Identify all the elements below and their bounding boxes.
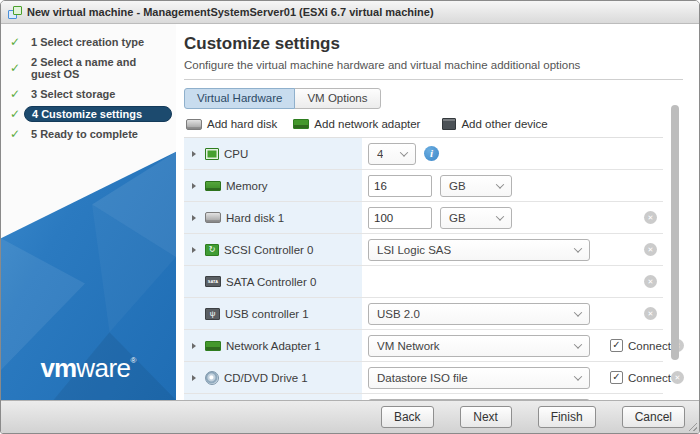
- chevron-down-icon: [574, 244, 582, 252]
- wizard-body: ✓1 Select creation type✓2 Select a name …: [1, 24, 699, 400]
- resize-grip-icon[interactable]: [688, 422, 697, 431]
- cancel-button[interactable]: Cancel: [622, 406, 685, 428]
- check-icon: ✓: [10, 35, 24, 49]
- expander-icon[interactable]: [192, 215, 200, 221]
- footer-bar: BackNextFinishCancel: [1, 400, 699, 433]
- scsi-controller-0-select[interactable]: LSI Logic SAS: [368, 239, 590, 261]
- device-label-cell: CPU: [184, 138, 362, 169]
- scrollbar-thumb[interactable]: [671, 105, 679, 360]
- expander-icon[interactable]: [192, 183, 200, 189]
- add-hard-disk-button[interactable]: Add hard disk: [186, 118, 277, 130]
- device-controls: Datastore ISO file✓Connect✕: [362, 362, 690, 393]
- next-button[interactable]: Next: [460, 406, 512, 428]
- info-icon[interactable]: i: [424, 146, 439, 161]
- device-label: USB controller 1: [225, 308, 309, 320]
- remove-device-icon[interactable]: ✕: [644, 307, 657, 320]
- network-adapter-icon: [205, 341, 221, 351]
- expander-icon[interactable]: [192, 247, 200, 253]
- wizard-step-5-ready-to-complete[interactable]: ✓5 Ready to complete: [1, 124, 176, 144]
- wizard-step-1-select-creation-type[interactable]: ✓1 Select creation type: [1, 32, 176, 52]
- title-bar: New virtual machine - ManagementSystemSe…: [1, 1, 699, 24]
- selected-value: GB: [449, 212, 466, 224]
- hard-disk-1-value-input[interactable]: [368, 207, 432, 229]
- cd-dvd-drive-1-select[interactable]: Datastore ISO file: [368, 367, 590, 389]
- usb-controller-icon: [205, 308, 220, 320]
- connect-label: Connect: [628, 340, 671, 352]
- hardware-row-sata-controller-0: SATA Controller 0✕: [184, 266, 663, 298]
- vmware-logo-ware: ware: [76, 353, 130, 383]
- add-hard-disk-icon: [186, 119, 202, 130]
- device-label-cell: SATA Controller 0: [184, 266, 362, 297]
- vmware-logo: vmware®: [1, 353, 176, 384]
- device-controls: ✕: [362, 266, 663, 297]
- cd-dvd-icon: [205, 371, 219, 385]
- sata-controller-icon: [205, 276, 221, 287]
- hardware-row-usb-controller-1: USB controller 1USB 2.0✕: [184, 298, 663, 330]
- wizard-step-label: 5 Ready to complete: [24, 126, 172, 142]
- device-label: SATA Controller 0: [226, 276, 316, 288]
- device-label-cell: Memory: [184, 170, 362, 201]
- memory-unit-select[interactable]: GB: [440, 175, 512, 197]
- connect-label: Connect: [628, 372, 671, 384]
- chevron-down-icon: [496, 180, 504, 188]
- device-label-cell: Network Adapter 1: [184, 330, 362, 361]
- device-controls: LSI Logic SAS✕: [362, 234, 663, 265]
- back-button[interactable]: Back: [381, 406, 434, 428]
- hardware-row-cpu: CPU4i: [184, 138, 663, 170]
- add-other-device-button[interactable]: Add other device: [442, 118, 547, 130]
- hardware-row-memory: MemoryGB: [184, 170, 663, 202]
- hard-disk-1-unit-select[interactable]: GB: [440, 207, 512, 229]
- expander-icon[interactable]: [192, 151, 200, 157]
- selected-value: GB: [449, 180, 466, 192]
- chevron-down-icon: [496, 212, 504, 220]
- network-adapter-1-connect-checkbox[interactable]: ✓Connect: [610, 339, 671, 352]
- hardware-table: CPU4iMemoryGBHard disk 1GB✕SCSI Controll…: [184, 137, 663, 400]
- wizard-step-4-customize-settings[interactable]: ✓4 Customize settings: [1, 104, 176, 124]
- vm-window-icon: [8, 6, 22, 19]
- wizard-step-3-select-storage[interactable]: ✓3 Select storage: [1, 84, 176, 104]
- checkbox-checked-icon: ✓: [610, 371, 623, 384]
- usb-controller-1-select[interactable]: USB 2.0: [368, 303, 590, 325]
- remove-device-icon[interactable]: ✕: [671, 371, 684, 384]
- checkbox-checked-icon: ✓: [610, 339, 623, 352]
- header-divider: [184, 79, 683, 80]
- wizard-step-label: 1 Select creation type: [24, 34, 172, 50]
- device-label-cell: SCSI Controller 0: [184, 234, 362, 265]
- device-label-cell: USB controller 1: [184, 298, 362, 329]
- device-label-cell: CD/DVD Drive 1: [184, 362, 362, 393]
- tab-virtual-hardware[interactable]: Virtual Hardware: [184, 88, 295, 109]
- remove-device-icon[interactable]: ✕: [644, 275, 657, 288]
- device-label: SCSI Controller 0: [224, 244, 313, 256]
- wizard-step-2-select-a-name-and-guest-os[interactable]: ✓2 Select a name and guest OS: [1, 52, 176, 84]
- add-network-adapter-button[interactable]: Add network adapter: [293, 118, 420, 130]
- expander-icon[interactable]: [192, 343, 200, 349]
- cpu-select[interactable]: 4: [368, 143, 416, 165]
- hardware-row-cd-dvd-drive-1: CD/DVD Drive 1Datastore ISO file✓Connect…: [184, 362, 663, 394]
- finish-button[interactable]: Finish: [538, 406, 596, 428]
- tab-vm-options[interactable]: VM Options: [294, 88, 380, 109]
- expander-icon[interactable]: [192, 375, 200, 381]
- remove-device-icon[interactable]: ✕: [644, 243, 657, 256]
- tab-bar: Virtual HardwareVM Options: [184, 88, 699, 109]
- tool-label: Add network adapter: [314, 118, 420, 130]
- device-label: Hard disk 1: [226, 212, 284, 224]
- add-device-toolbar: Add hard diskAdd network adapterAdd othe…: [186, 118, 699, 130]
- scsi-controller-icon: [205, 244, 219, 256]
- network-adapter-1-select[interactable]: VM Network: [368, 335, 590, 357]
- new-vm-wizard-window: New virtual machine - ManagementSystemSe…: [0, 0, 700, 434]
- chevron-down-icon: [574, 340, 582, 348]
- add-other-device-icon: [442, 118, 456, 130]
- vmware-logo-vm: vm: [41, 353, 77, 383]
- device-controls: USB 2.0✕: [362, 298, 663, 329]
- wizard-step-label: 2 Select a name and guest OS: [24, 54, 172, 82]
- tool-label: Add hard disk: [207, 118, 277, 130]
- chevron-down-icon: [574, 308, 582, 316]
- add-network-adapter-icon: [293, 119, 309, 129]
- memory-value-input[interactable]: [368, 175, 432, 197]
- cd-dvd-drive-1-connect-checkbox[interactable]: ✓Connect: [610, 371, 671, 384]
- selected-value: VM Network: [377, 340, 440, 352]
- hardware-row-network-adapter-1: Network Adapter 1VM Network✓Connect✕: [184, 330, 663, 362]
- wizard-steps: ✓1 Select creation type✓2 Select a name …: [1, 24, 176, 144]
- device-controls: GB✕: [362, 202, 663, 233]
- remove-device-icon[interactable]: ✕: [644, 211, 657, 224]
